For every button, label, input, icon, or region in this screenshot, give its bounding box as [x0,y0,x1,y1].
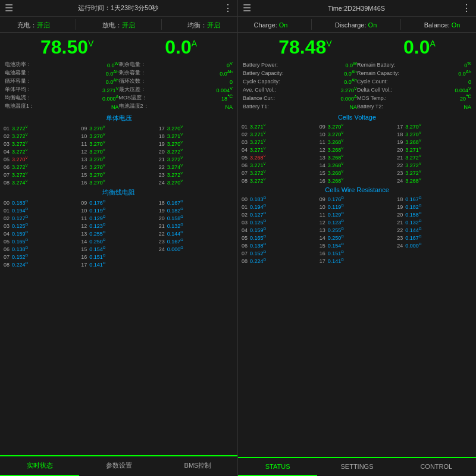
resistance-item: 200.158Ω [158,214,235,222]
cell-item: 223.274V [158,163,235,171]
resistance-item: 120.123Ω [318,218,396,226]
info-row: 剩余容量：0.0Ah [119,69,233,77]
resistance-item: 010.194Ω [240,203,318,211]
resistance-item: 030.125Ω [240,218,318,226]
right-panel: ☰ Time:2D2H39M46S ⋮ Charge: On Discharge… [238,0,476,476]
info-row: Cycle Capacity: 0.0Ah [243,77,357,85]
cell-item: 023.271V [240,130,318,138]
cell-item: 173.270V [158,124,235,132]
info-row: Remain Capacity: 0.0Ah [357,69,471,77]
more-icon[interactable]: ⋮ [223,2,233,14]
hamburger-icon[interactable]: ☰ [5,2,13,14]
info-row: MOS温度：18℃ [119,94,233,102]
cell-item: 173.270V [396,123,474,130]
resistance-item: 050.165Ω [240,234,318,242]
current-value: 0.0A [165,36,197,58]
bottom-nav: 实时状态参数设置BMS控制 [0,455,237,476]
resistance-item: 160.151Ω [318,249,396,257]
resistance-item: 100.119Ω [318,203,396,211]
resistance-item: 140.250Ω [318,234,396,242]
info-row: 循环容量：0.0Ah [5,77,119,85]
resistance-item: 020.127Ω [2,214,80,222]
cell-item: 153.270V [80,171,157,178]
resistance-grid: 000.183Ω010.194Ω020.127Ω030.125Ω040.159Ω… [238,195,476,265]
resistance-item: 240.000Ω [158,245,235,253]
resistance-item: 240.000Ω [396,242,474,249]
resistance-item: 130.255Ω [80,230,157,237]
info-row: 电池功率：0.0W [5,61,119,68]
resistance-item: 070.152Ω [240,249,318,257]
resistance-item: 220.144Ω [396,226,474,234]
bottom-nav: STATUSSETTINGSCONTROL [238,457,476,476]
info-row: MOS Temp.: 20℃ [357,94,471,102]
voltage-value: 78.48V [278,36,331,58]
resistance-item: 150.154Ω [318,242,396,249]
info-row: 均衡电流：0.000A [5,94,119,102]
cell-item: 083.272V [240,177,318,184]
cell-item: 233.272V [158,171,235,178]
big-values: 78.48V 0.0A [238,33,476,60]
voltage-value: 78.50V [40,36,93,58]
cell-item: 113.268V [318,138,396,146]
resistance-item: 230.167Ω [396,234,474,242]
cell-item: 043.271V [240,146,318,154]
resistance-item: 190.182Ω [396,203,474,211]
cell-item: 013.272V [2,124,80,132]
cell-item: 233.272V [396,169,474,177]
cell-item: 243.270V [158,178,235,186]
header-title: Time:2D2H39M46S [251,5,462,12]
resistance-item: 190.182Ω [158,206,235,214]
resistance-item: 130.255Ω [318,226,396,234]
cells-voltage-grid: 013.272V023.272V033.272V043.272V053.270V… [0,124,237,186]
resistance-item: 140.250Ω [80,237,157,245]
info-grid: Battery Power: 0.0WBattery Capacity: 0.0… [238,60,476,112]
info-row: Battery T2: NA [357,102,471,110]
info-row: Ave. Cell Vol.: 3.270V [243,86,357,93]
resistance-item: 040.159Ω [2,230,80,237]
cell-item: 183.270V [396,130,474,138]
nav-item[interactable]: CONTROL [397,458,476,476]
cell-item: 183.271V [158,132,235,140]
cell-item: 203.271V [396,146,474,154]
info-row: 电池温度2：NA [119,102,233,110]
resistance-item: 150.154Ω [80,245,157,253]
resistance-item: 170.141Ω [80,261,157,268]
info-row: 电池温度1：NA [5,102,119,110]
big-values: 78.50V 0.0A [0,33,237,60]
info-row: Battery T1: NA [243,102,357,110]
cell-item: 213.272V [396,154,474,161]
resistance-grid: 000.183Ω010.194Ω020.127Ω030.125Ω040.159Ω… [0,199,237,268]
cells-voltage-grid: 013.271V023.271V033.271V043.271V053.268V… [238,123,476,184]
current-value: 0.0A [403,36,436,58]
cell-item: 093.270V [318,123,396,130]
cell-item: 123.270V [80,148,157,155]
cell-item: 143.268V [318,161,396,169]
resistance-title: 均衡线电阻 [0,186,237,199]
more-icon[interactable]: ⋮ [462,2,471,14]
charge-status: 充电：开启 [17,19,50,30]
balance-status: 均衡：开启 [187,19,220,30]
info-row: Battery Power: 0.0W [243,61,357,68]
resistance-item: 110.129Ω [318,211,396,218]
nav-item[interactable]: BMS控制 [158,456,237,476]
panel-header: ☰ Time:2D2H39M46S ⋮ [238,0,476,17]
nav-item[interactable]: STATUS [238,458,317,476]
nav-item[interactable]: SETTINGS [317,458,396,476]
resistance-item: 070.152Ω [2,253,80,261]
header-title: 运行时间：1天23时3分50秒 [13,4,223,12]
resistance-item: 210.132Ω [158,222,235,230]
nav-item[interactable]: 参数设置 [79,456,158,476]
hamburger-icon[interactable]: ☰ [243,2,251,14]
cell-item: 083.274V [2,178,80,186]
resistance-item: 020.127Ω [240,211,318,218]
resistance-item: 220.144Ω [158,230,235,237]
nav-item[interactable]: 实时状态 [0,456,79,476]
resistance-item: 060.138Ω [2,245,80,253]
resistance-item: 230.167Ω [158,237,235,245]
cell-item: 143.270V [80,163,157,171]
resistance-item: 180.167Ω [158,199,235,206]
resistance-item: 180.167Ω [396,195,474,203]
cell-item: 133.268V [318,154,396,161]
cell-item: 103.270V [318,130,396,138]
cells-voltage-title: 单体电压 [0,112,237,124]
